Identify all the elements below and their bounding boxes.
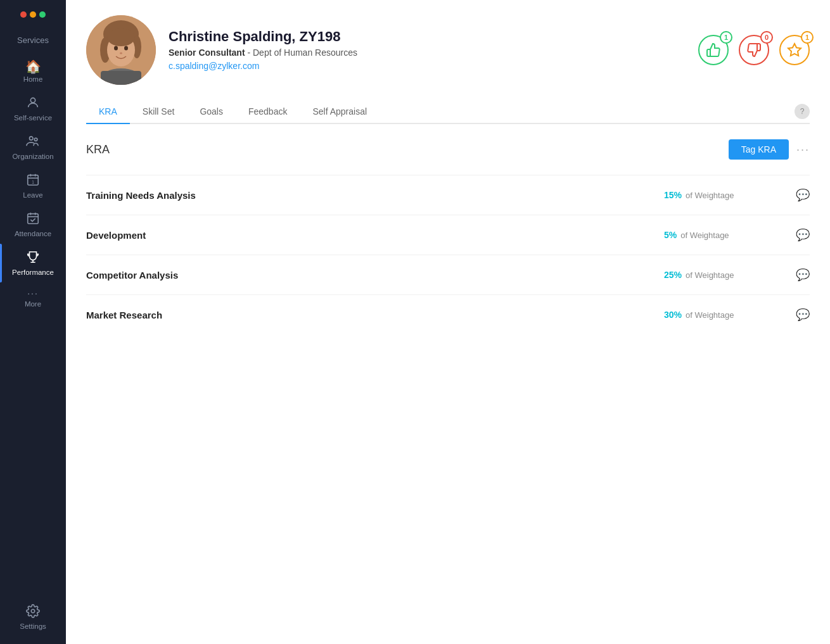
badge-star: 1 xyxy=(779,35,810,65)
tabs: KRA Skill Set Goals Feedback Self Apprai… xyxy=(86,100,810,124)
sidebar-item-attendance[interactable]: Attendance xyxy=(0,205,66,244)
kra-item-weightage-1: 5% of Weightage xyxy=(664,230,791,240)
settings-icon xyxy=(26,604,40,620)
profile-title-suffix: - Dept of Human Resources xyxy=(247,47,357,58)
kra-item-weightage-3: 30% of Weightage xyxy=(664,310,791,320)
tag-kra-button[interactable]: Tag KRA xyxy=(729,139,789,160)
kra-item-name-2: Competitor Analysis xyxy=(86,270,664,281)
leave-icon: 1 xyxy=(26,173,40,189)
sidebar-label-leave: Leave xyxy=(23,191,42,199)
services-label: Services xyxy=(17,30,49,54)
more-icon: ··· xyxy=(27,289,39,298)
kra-comment-icon-3[interactable]: 💬 xyxy=(796,308,810,322)
sidebar-item-leave[interactable]: 1 Leave xyxy=(0,167,66,205)
profile-email[interactable]: c.spalding@zylker.com xyxy=(169,61,259,71)
logo-dot-green xyxy=(39,11,46,18)
sidebar-item-settings[interactable]: Settings xyxy=(0,598,66,636)
kra-weightage-label-3: of Weightage xyxy=(686,310,734,320)
kra-section-header: KRA Tag KRA ··· xyxy=(86,139,810,160)
kra-item-2: Competitor Analysis 25% of Weightage 💬 xyxy=(86,255,810,294)
avatar-image xyxy=(86,15,156,85)
sidebar: Services 🏠 Home Self-service Organizatio… xyxy=(0,0,66,644)
profile-title-bold: Senior Consultant xyxy=(169,47,245,58)
kra-weightage-label-2: of Weightage xyxy=(686,270,734,280)
sidebar-label-home: Home xyxy=(23,75,43,83)
kra-percent-0: 15% xyxy=(664,190,682,200)
svg-point-18 xyxy=(107,28,135,46)
avatar xyxy=(86,15,156,85)
logo-dot-yellow xyxy=(30,11,36,18)
tab-goals[interactable]: Goals xyxy=(187,100,236,124)
kra-comment-icon-0[interactable]: 💬 xyxy=(796,188,810,202)
svg-point-12 xyxy=(31,609,35,613)
tab-self-appraisal[interactable]: Self Appraisal xyxy=(300,100,380,124)
kra-item-3: Market Research 30% of Weightage 💬 xyxy=(86,294,810,334)
home-icon: 🏠 xyxy=(25,60,41,73)
sidebar-label-settings: Settings xyxy=(20,622,46,630)
help-button[interactable]: ? xyxy=(795,104,810,119)
svg-rect-8 xyxy=(28,214,39,224)
sidebar-item-more[interactable]: ··· More xyxy=(0,282,66,314)
kra-title: KRA xyxy=(86,143,110,156)
badge-count-thumbs-up: 1 xyxy=(720,31,732,44)
kra-comment-icon-1[interactable]: 💬 xyxy=(796,228,810,242)
svg-point-22 xyxy=(124,46,128,51)
svg-point-2 xyxy=(34,138,37,141)
kra-item-weightage-0: 15% of Weightage xyxy=(664,190,791,200)
kra-item-0: Training Needs Analysis 15% of Weightage… xyxy=(86,175,810,215)
svg-point-1 xyxy=(30,137,34,141)
kra-item-name-0: Training Needs Analysis xyxy=(86,190,664,201)
sidebar-item-self-service[interactable]: Self-service xyxy=(0,89,66,128)
kra-item-1: Development 5% of Weightage 💬 xyxy=(86,215,810,255)
kra-percent-1: 5% xyxy=(664,230,677,240)
main-content: Christine Spalding, ZY198 Senior Consult… xyxy=(66,0,830,644)
profile-header: Christine Spalding, ZY198 Senior Consult… xyxy=(86,15,810,85)
profile-info: Christine Spalding, ZY198 Senior Consult… xyxy=(169,28,698,72)
kra-more-button[interactable]: ··· xyxy=(796,143,810,156)
svg-rect-20 xyxy=(101,71,141,85)
active-indicator xyxy=(0,244,2,282)
kra-percent-2: 25% xyxy=(664,270,682,280)
kra-list: Training Needs Analysis 15% of Weightage… xyxy=(86,175,810,334)
sidebar-label-more: More xyxy=(25,300,41,308)
badge-thumbs-up: 1 xyxy=(698,35,729,65)
badge-thumbs-down: 0 xyxy=(739,35,769,65)
tab-kra[interactable]: KRA xyxy=(86,100,130,124)
kra-comment-icon-2[interactable]: 💬 xyxy=(796,268,810,282)
badge-count-thumbs-down: 0 xyxy=(760,31,773,44)
logo-dot-red xyxy=(20,11,27,18)
kra-item-name-3: Market Research xyxy=(86,310,664,320)
sidebar-label-performance: Performance xyxy=(12,268,54,276)
tab-skill-set[interactable]: Skill Set xyxy=(130,100,188,124)
profile-title: Senior Consultant - Dept of Human Resour… xyxy=(169,47,698,58)
sidebar-label-organization: Organization xyxy=(12,153,53,160)
sidebar-label-self-service: Self-service xyxy=(14,114,52,122)
sidebar-item-performance[interactable]: Performance xyxy=(0,244,66,282)
profile-name: Christine Spalding, ZY198 xyxy=(169,28,698,45)
svg-marker-24 xyxy=(788,44,801,56)
kra-item-name-1: Development xyxy=(86,230,664,241)
sidebar-item-home[interactable]: 🏠 Home xyxy=(0,54,66,89)
content-area: Christine Spalding, ZY198 Senior Consult… xyxy=(66,0,830,644)
kra-percent-3: 30% xyxy=(664,310,682,320)
kra-weightage-label-1: of Weightage xyxy=(680,230,729,240)
svg-point-0 xyxy=(30,98,35,103)
sidebar-item-organization[interactable]: Organization xyxy=(0,128,66,167)
sidebar-label-attendance: Attendance xyxy=(15,230,51,237)
kra-weightage-label-0: of Weightage xyxy=(686,191,734,200)
profile-badges: 1 0 xyxy=(698,35,810,65)
attendance-icon xyxy=(26,212,40,227)
organization-icon xyxy=(26,134,40,150)
trophy-icon xyxy=(26,250,40,266)
badge-count-star: 1 xyxy=(801,31,814,44)
svg-point-23 xyxy=(120,53,122,54)
kra-actions: Tag KRA ··· xyxy=(729,139,810,160)
kra-item-weightage-2: 25% of Weightage xyxy=(664,270,791,280)
app-logo xyxy=(20,8,46,22)
svg-text:1: 1 xyxy=(32,180,34,184)
person-icon xyxy=(26,96,40,111)
tab-feedback[interactable]: Feedback xyxy=(236,100,300,124)
svg-point-21 xyxy=(114,46,118,51)
